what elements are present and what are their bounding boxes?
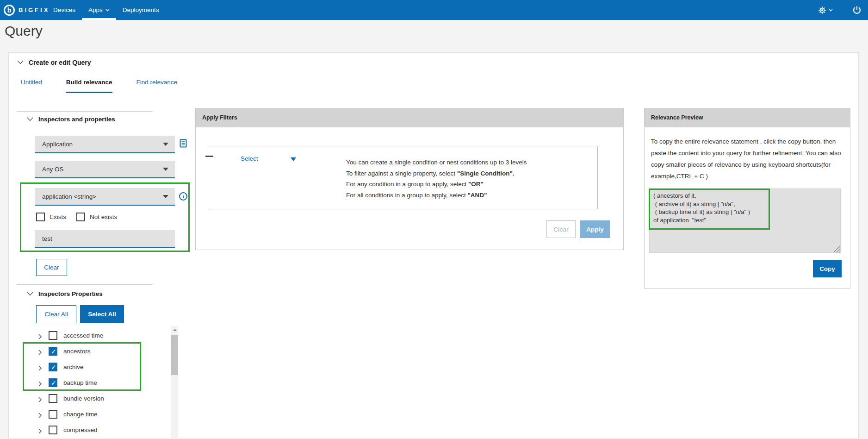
- power-icon: [852, 6, 862, 15]
- chevron-down-icon: [27, 117, 33, 121]
- top-nav: b BIGFIX Devices Apps Deployments: [0, 0, 868, 20]
- section-title: Create or edit Query: [29, 59, 91, 66]
- property-row: accessed time: [36, 328, 163, 344]
- property-select[interactable]: application <string>: [35, 188, 175, 206]
- tab-untitled[interactable]: Untitled: [21, 79, 42, 93]
- filter-instruction-line: You can create a single condition or nes…: [346, 157, 527, 168]
- query-tabs: Untitled Build relevance Find relevance: [21, 79, 177, 93]
- property-row: bundle version: [36, 391, 163, 407]
- chevron-right-icon[interactable]: [38, 380, 42, 389]
- logout-button[interactable]: [852, 6, 862, 15]
- relevance-preview-header: Relevance Preview: [645, 108, 850, 127]
- property-checkbox[interactable]: [49, 347, 57, 356]
- property-label: change time: [63, 411, 98, 418]
- filter-instruction-line: For all conditions in a group to apply, …: [346, 190, 527, 201]
- property-row: ancestors: [36, 344, 163, 359]
- inspector-select-value: Application: [42, 141, 73, 148]
- not-exists-label: Not exists: [90, 213, 117, 220]
- settings-menu[interactable]: [818, 6, 833, 14]
- select-all-button[interactable]: Select All: [80, 305, 124, 323]
- property-checkbox[interactable]: [49, 378, 57, 387]
- property-checkbox[interactable]: [49, 331, 57, 340]
- textarea-resize-handle[interactable]: [834, 246, 840, 252]
- filter-instruction-line: To filter against a single property, sel…: [346, 168, 527, 179]
- chevron-down-icon: [17, 60, 24, 64]
- bigfix-logo[interactable]: b BIGFIX: [4, 0, 50, 20]
- properties-title: Inspectors Properties: [38, 290, 103, 297]
- tab-find-relevance[interactable]: Find relevance: [136, 79, 178, 93]
- nav-item-apps[interactable]: Apps: [82, 0, 116, 20]
- exists-label: Exists: [50, 213, 66, 220]
- property-row: backup time: [36, 375, 163, 391]
- not-exists-checkbox[interactable]: [76, 213, 85, 221]
- property-label: accessed time: [63, 332, 103, 339]
- caret-down-icon[interactable]: [291, 157, 296, 161]
- section-collapse-toggle[interactable]: [17, 60, 24, 64]
- bigfix-logo-icon: b: [4, 5, 15, 16]
- nav-menu: Devices Apps Deployments: [47, 0, 166, 20]
- property-label: archive: [63, 364, 84, 370]
- chevron-down-icon: [105, 9, 110, 12]
- relevance-preview-description: To copy the entire relevance statement ,…: [651, 136, 847, 182]
- property-row: compressed: [36, 422, 163, 438]
- inspector-select[interactable]: Application: [35, 136, 175, 153]
- gear-icon: [818, 6, 826, 14]
- properties-scrollbar[interactable]: [171, 326, 178, 439]
- property-value-input[interactable]: [35, 230, 175, 248]
- properties-collapse-toggle[interactable]: [27, 292, 33, 296]
- info-icon[interactable]: i: [179, 192, 187, 201]
- property-select-value: application <string>: [42, 193, 96, 200]
- property-row: archive: [36, 359, 163, 375]
- divider: [17, 111, 153, 112]
- filter-instructions: You can create a single condition or nes…: [346, 157, 527, 201]
- os-select-value: Any OS: [42, 166, 64, 173]
- filter-node-dash: [205, 156, 213, 157]
- chevron-down-icon: [27, 292, 33, 296]
- filter-select-dropdown[interactable]: Select: [241, 155, 258, 162]
- clear-all-button[interactable]: Clear All: [36, 305, 76, 323]
- properties-list: accessed time ancestors archive backup t…: [36, 328, 163, 438]
- inspector-doc-icon[interactable]: [180, 139, 187, 150]
- inspectors-title: Inspectors and properties: [38, 116, 115, 123]
- property-checkbox[interactable]: [49, 410, 57, 419]
- divider: [17, 284, 153, 285]
- property-label: bundle version: [63, 395, 104, 402]
- os-select[interactable]: Any OS: [35, 161, 175, 178]
- bigfix-query-page: b BIGFIX Devices Apps Deployments: [0, 0, 868, 439]
- filter-clear-button[interactable]: Clear: [546, 220, 576, 238]
- clear-button[interactable]: Clear: [36, 259, 67, 276]
- chevron-right-icon[interactable]: [38, 412, 42, 420]
- copy-button[interactable]: Copy: [813, 260, 842, 277]
- chevron-right-icon[interactable]: [38, 364, 42, 373]
- relevance-code-textarea[interactable]: ( ancestors of it, ( archive of it) as s…: [649, 188, 841, 253]
- property-checkbox[interactable]: [49, 363, 57, 371]
- nav-item-devices[interactable]: Devices: [47, 0, 82, 20]
- nav-right: [818, 0, 868, 20]
- chevron-right-icon[interactable]: [38, 333, 42, 341]
- inspectors-collapse-toggle[interactable]: [27, 117, 33, 121]
- property-checkbox[interactable]: [49, 394, 57, 403]
- property-label: compressed: [63, 426, 98, 433]
- property-label: backup time: [63, 379, 97, 386]
- exists-checkbox[interactable]: [36, 213, 45, 221]
- caret-down-icon: [163, 143, 168, 146]
- brand-name: BIGFIX: [19, 6, 50, 13]
- property-row: change time: [36, 407, 163, 422]
- chevron-right-icon[interactable]: [38, 396, 42, 404]
- filter-apply-button[interactable]: Apply: [580, 220, 610, 238]
- nav-item-deployments[interactable]: Deployments: [116, 0, 166, 20]
- chevron-right-icon[interactable]: [38, 427, 42, 436]
- caret-down-icon: [163, 168, 168, 171]
- chevron-right-icon[interactable]: [38, 349, 42, 357]
- page-title: Query: [5, 23, 43, 39]
- scrollbar-thumb[interactable]: [171, 335, 178, 375]
- property-label: ancestors: [63, 348, 91, 355]
- property-checkbox[interactable]: [49, 426, 57, 434]
- tab-build-relevance[interactable]: Build relevance: [66, 79, 112, 93]
- caret-down-icon: [163, 195, 168, 198]
- scroll-up-arrow-icon[interactable]: [171, 326, 178, 333]
- filter-instruction-line: For any condition in a group to apply, s…: [346, 179, 527, 190]
- apply-filters-header: Apply Filters: [196, 108, 623, 127]
- chevron-down-icon: [829, 9, 833, 12]
